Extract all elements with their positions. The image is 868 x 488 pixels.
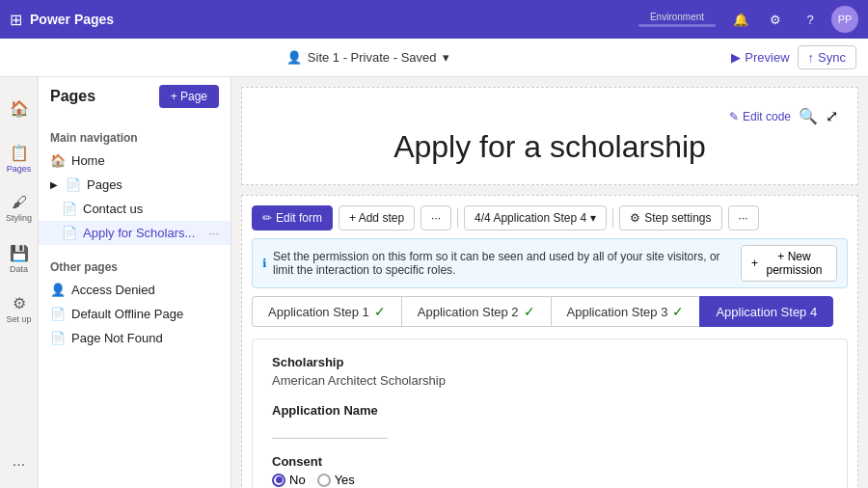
secondary-bar: 👤 Site 1 - Private - Saved ▾ ▶ Preview ↑… — [0, 39, 868, 77]
waffle-icon[interactable]: ⊞ — [10, 11, 22, 29]
apply-nav-more[interactable]: ··· — [208, 226, 219, 240]
consent-no-option[interactable]: No — [272, 473, 306, 487]
page-title-area: ✎ Edit code 🔍 ⤢ Apply for a scholarship — [241, 87, 858, 185]
sidebar-icon-styling[interactable]: 🖌 Styling — [2, 185, 37, 231]
preview-button[interactable]: ▶ Preview — [731, 50, 789, 65]
consent-yes-radio[interactable] — [317, 474, 331, 487]
setup-icon: ⚙ — [13, 294, 26, 312]
main-area: 🏠 📋 Pages 🖌 Styling 💾 Data ⚙ Set up ··· … — [0, 77, 868, 488]
step-tab-3[interactable]: Application Step 3 ✓ — [551, 296, 700, 327]
apply-nav-icon: 📄 — [62, 226, 77, 240]
contact-nav-label: Contact us — [83, 202, 143, 216]
more-icon: ··· — [13, 456, 25, 474]
edit-form-button[interactable]: ✏ Edit form — [252, 205, 333, 230]
pages-nav-icon: 📄 — [66, 177, 81, 192]
home-nav-icon: 🏠 — [50, 153, 66, 168]
secbar-center: 👤 Site 1 - Private - Saved ▾ — [12, 50, 723, 65]
step-2-check: ✓ — [524, 304, 535, 319]
pages-expand-icon: ▶ — [50, 179, 58, 190]
sidebar-icons: 🏠 📋 Pages 🖌 Styling 💾 Data ⚙ Set up ··· — [0, 77, 39, 488]
pages-icon-label: Pages — [7, 164, 32, 174]
expand-icon[interactable]: ⤢ — [826, 107, 838, 125]
plus-icon: + — [751, 257, 758, 270]
more-form-options[interactable]: ··· — [420, 205, 451, 230]
sidebar-item-apply-scholarship[interactable]: 📄 Apply for Scholars... ··· — [39, 221, 231, 245]
app-name-value[interactable] — [272, 421, 388, 439]
env-progress-bar — [638, 24, 716, 27]
consent-label: Consent — [272, 454, 827, 469]
step-settings-label: Step settings — [644, 211, 711, 225]
edit-code-icon: ✎ — [729, 110, 739, 123]
main-content: ✎ Edit code 🔍 ⤢ Apply for a scholarship … — [231, 77, 868, 488]
sidebar-panel: Pages + Page Main navigation 🏠 Home ▶ 📄 … — [39, 77, 231, 488]
toolbar-separator — [457, 208, 458, 228]
sidebar-icon-more[interactable]: ··· — [2, 442, 37, 488]
sidebar-item-home[interactable]: 🏠 Home — [39, 149, 231, 173]
topbar-right: 🔔 ⚙ ? PP — [727, 6, 858, 33]
site-info-icon: 👤 — [286, 50, 302, 65]
step-tabs: Application Step 1 ✓ Application Step 2 … — [252, 296, 848, 327]
sidebar-icon-data[interactable]: 💾 Data — [2, 235, 37, 282]
consent-no-radio[interactable] — [272, 474, 285, 487]
other-pages-title: Other pages — [39, 253, 231, 278]
app-name-label: Application Name — [272, 403, 827, 418]
permission-banner: ℹ Set the permission on this form so it … — [252, 238, 848, 288]
env-label: Environment — [650, 12, 704, 22]
data-icon-label: Data — [10, 264, 28, 274]
data-icon: 💾 — [10, 244, 29, 262]
sidebar-item-page-not-found[interactable]: 📄 Page Not Found — [39, 326, 231, 350]
scholarship-label: Scholarship — [272, 355, 827, 369]
sidebar-icon-pages[interactable]: 📋 Pages — [2, 135, 37, 181]
more-step-options[interactable]: ··· — [728, 205, 759, 230]
step-info-button[interactable]: 4/4 Application Step 4 ▾ — [464, 205, 607, 230]
preview-label: Preview — [745, 50, 789, 65]
notfound-icon: 📄 — [50, 331, 66, 345]
sidebar-content: Main navigation 🏠 Home ▶ 📄 Pages 📄 Conta… — [39, 116, 231, 488]
step-settings-button[interactable]: ⚙ Step settings — [619, 205, 721, 230]
add-page-button[interactable]: + Page — [159, 85, 219, 108]
edit-form-label: Edit form — [276, 211, 322, 225]
add-step-button[interactable]: + Add step — [339, 205, 415, 230]
home-icon: 🏠 — [10, 99, 29, 118]
consent-field: Consent No Yes — [272, 454, 827, 487]
scholarship-value: American Architect Scholarship — [272, 373, 827, 388]
step-1-label: Application Step 1 — [268, 305, 369, 319]
new-permission-button[interactable]: + + New permission — [741, 245, 837, 282]
sync-button[interactable]: ↑ Sync — [798, 45, 856, 69]
secbar-right: ▶ Preview ↑ Sync — [731, 45, 856, 69]
sidebar-item-contact-us[interactable]: 📄 Contact us — [39, 197, 231, 221]
main-nav-title: Main navigation — [39, 123, 231, 149]
sidebar-item-offline-page[interactable]: 📄 Default Offline Page — [39, 302, 231, 326]
step-3-check: ✓ — [672, 304, 684, 319]
site-info-chevron[interactable]: ▾ — [443, 50, 449, 65]
pages-nav-label: Pages — [87, 177, 122, 192]
help-icon[interactable]: ? — [797, 6, 824, 33]
access-denied-label: Access Denied — [71, 283, 155, 297]
zoom-icon[interactable]: 🔍 — [799, 107, 818, 125]
offline-label: Default Offline Page — [71, 307, 183, 321]
step-tab-4[interactable]: Application Step 4 — [699, 296, 833, 327]
consent-yes-option[interactable]: Yes — [317, 473, 355, 487]
toolbar-separator-2 — [612, 208, 613, 228]
notification-icon[interactable]: 🔔 — [727, 6, 754, 33]
sync-icon: ↑ — [808, 50, 815, 65]
site-info: Site 1 - Private - Saved — [308, 50, 437, 65]
app-name-field: Application Name — [272, 403, 827, 439]
info-icon: ℹ — [262, 257, 267, 270]
step-tab-1[interactable]: Application Step 1 ✓ — [252, 296, 401, 327]
sidebar-icon-home[interactable]: 🏠 — [2, 85, 37, 131]
apply-nav-label: Apply for Scholars... — [83, 226, 195, 240]
contact-nav-icon: 📄 — [62, 202, 77, 216]
preview-icon: ▶ — [731, 50, 741, 65]
avatar[interactable]: PP — [831, 6, 858, 33]
sidebar-icon-setup[interactable]: ⚙ Set up — [2, 285, 37, 332]
sync-label: Sync — [818, 50, 846, 65]
sidebar-item-access-denied[interactable]: 👤 Access Denied — [39, 278, 231, 302]
edit-form-icon: ✏ — [262, 211, 272, 225]
settings-icon[interactable]: ⚙ — [762, 6, 789, 33]
step-tab-2[interactable]: Application Step 2 ✓ — [401, 296, 551, 327]
edit-code-button[interactable]: ✎ Edit code — [729, 107, 791, 125]
pages-icon: 📋 — [10, 144, 29, 162]
offline-icon: 📄 — [50, 307, 66, 321]
sidebar-item-pages[interactable]: ▶ 📄 Pages — [39, 173, 231, 197]
